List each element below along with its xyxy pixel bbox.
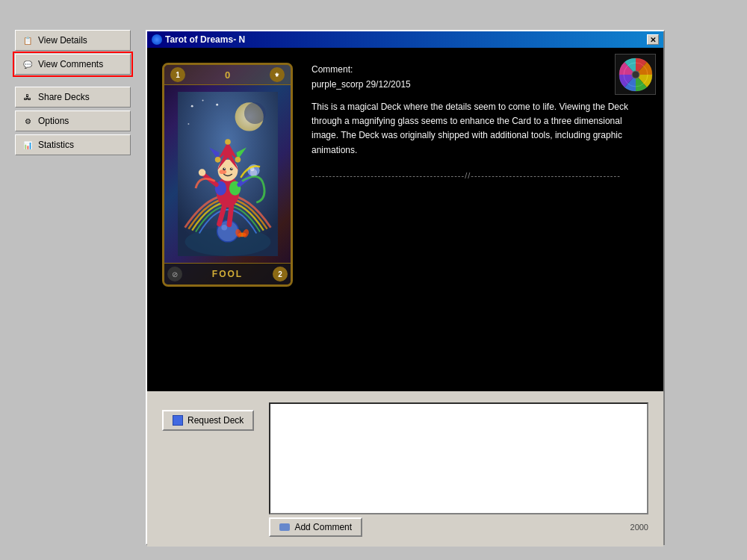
svg-point-2 [632,71,639,78]
svg-point-31 [225,139,231,145]
comment-area: Comment: purple_scorp 29/12/2015 This is… [311,63,648,181]
card-top-bar: 1 0 ⚜ [164,65,291,85]
request-deck-icon [173,415,183,426]
svg-point-21 [198,169,205,176]
content-area: WHEEL 1 0 ⚜ [147,48,663,391]
sidebar-item-view-comments[interactable]: 💬 View Comments [15,54,131,75]
card-top-right-icon: ⚜ [270,67,285,82]
svg-point-6 [244,102,266,124]
svg-point-29 [214,157,220,163]
sidebar-item-statistics[interactable]: 📊 Statistics [15,134,131,155]
svg-point-35 [223,168,225,169]
title-bar: Tarot of Dreams- N ✕ [147,31,663,48]
sidebar-item-view-details[interactable]: 📋 View Details [15,30,131,51]
sidebar: 📋 View Details 💬 View Comments 🖧 Share D… [15,30,131,155]
details-icon: 📋 [22,34,34,46]
svg-point-13 [221,225,227,231]
card-top-left-number: 1 [170,67,185,82]
logo-svg: WHEEL [617,56,654,93]
svg-point-8 [202,100,203,102]
card-name: FOOL [182,269,273,279]
bottom-left: Request Deck [162,402,254,431]
window-title: Tarot of Dreams- N [165,34,245,45]
card-bottom-left-symbol: ⊘ [167,267,182,281]
svg-point-7 [190,105,193,108]
svg-point-36 [231,168,232,169]
stats-icon: 📊 [22,139,34,151]
sidebar-separator [15,78,131,84]
gear-icon: ⚙ [22,115,34,127]
title-bar-left: Tarot of Dreams- N [152,34,245,45]
comment-author: purple_scorp 29/12/2015 [311,78,648,91]
card-top-center: 0 [225,69,230,81]
svg-point-32 [219,169,226,174]
comment-icon-sidebar: 💬 [22,58,34,70]
comment-divider: ----------------------------------------… [311,169,648,182]
svg-point-10 [187,123,189,125]
bottom-area: Request Deck Add Comment 2000 [147,391,663,547]
comment-textarea[interactable] [269,402,648,514]
add-comment-button[interactable]: Add Comment [269,517,362,537]
logo-area: WHEEL [615,54,656,95]
char-count: 2000 [630,523,648,532]
jester-figure [176,92,280,256]
comment-label: Comment: [311,63,648,76]
main-window: Tarot of Dreams- N ✕ WHEEL [146,30,665,545]
card-bottom-right-number: 2 [273,267,288,281]
comment-input-area: Add Comment 2000 [269,402,648,537]
tarot-card: 1 0 ⚜ [162,63,293,287]
comment-bottom-bar: Add Comment 2000 [269,517,648,537]
add-comment-label: Add Comment [294,522,352,532]
card-container: 1 0 ⚜ [162,63,297,287]
request-deck-button[interactable]: Request Deck [162,410,254,431]
close-button[interactable]: ✕ [647,34,659,45]
sidebar-item-options[interactable]: ⚙ Options [15,111,131,131]
svg-point-30 [235,157,241,163]
svg-point-9 [216,104,218,106]
svg-line-15 [229,206,231,225]
card-art [164,85,291,263]
share-icon: 🖧 [22,91,34,103]
sidebar-item-share-decks[interactable]: 🖧 Share Decks [15,87,131,108]
card-bottom-bar: ⊘ FOOL 2 [164,263,291,284]
request-deck-label: Request Deck [187,415,244,426]
add-comment-icon [279,523,290,531]
comment-text: This is a magical Deck where the details… [311,100,648,158]
window-icon [152,34,162,45]
